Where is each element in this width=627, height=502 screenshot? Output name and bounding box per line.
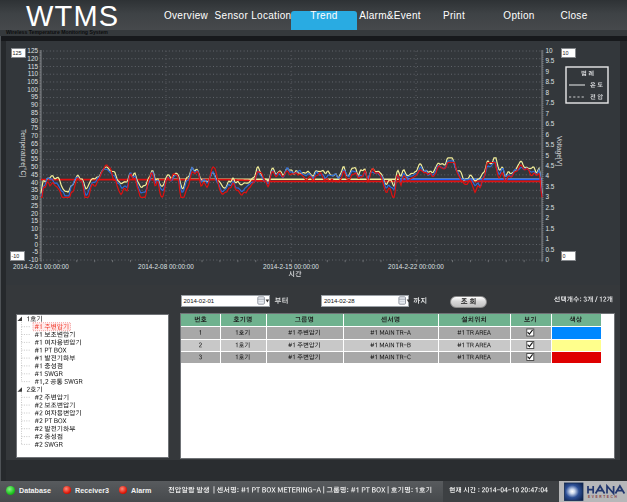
svg-text:2: 2 (546, 214, 550, 221)
svg-text:90: 90 (31, 101, 39, 108)
svg-text:85: 85 (31, 109, 39, 116)
svg-text:3.5: 3.5 (546, 183, 555, 190)
svg-text:50: 50 (31, 163, 39, 170)
svg-text:20: 20 (31, 210, 39, 217)
svg-text:2014-2-22 00:00:00: 2014-2-22 00:00:00 (388, 263, 444, 270)
svg-text:5: 5 (34, 233, 38, 240)
svg-text:5: 5 (546, 152, 550, 159)
svg-text:25: 25 (31, 202, 39, 209)
svg-text:-5: -5 (32, 248, 38, 255)
svg-text:75: 75 (31, 124, 39, 131)
svg-text:9: 9 (546, 68, 550, 75)
svg-text:10: 10 (31, 225, 39, 232)
svg-text:-10: -10 (12, 253, 20, 259)
svg-text:15: 15 (31, 217, 39, 224)
svg-text:35: 35 (31, 186, 39, 193)
svg-text:55: 55 (31, 155, 39, 162)
svg-text:65: 65 (31, 140, 39, 147)
svg-text:0: 0 (34, 241, 38, 248)
svg-text:9.5: 9.5 (546, 57, 555, 64)
svg-text:4.5: 4.5 (546, 162, 555, 169)
svg-text:6.5: 6.5 (546, 120, 555, 127)
svg-text:105: 105 (27, 78, 38, 85)
svg-text:60: 60 (31, 148, 39, 155)
svg-text:2014-02-01: 2014-02-01 (184, 298, 215, 304)
svg-text:8.5: 8.5 (546, 78, 555, 85)
svg-text:8: 8 (546, 89, 550, 96)
svg-text:120: 120 (27, 55, 38, 62)
svg-text:110: 110 (28, 70, 39, 77)
svg-text:EVERTECH: EVERTECH (588, 495, 618, 499)
svg-text:2014-2-01 00:00:00: 2014-2-01 00:00:00 (13, 263, 69, 270)
svg-text:0: 0 (546, 256, 550, 263)
svg-text:Wireless Temperature Monitorin: Wireless Temperature Monitoring System (6, 29, 108, 35)
svg-text:2014-2-15 00:00:00: 2014-2-15 00:00:00 (263, 263, 319, 270)
svg-text:40: 40 (31, 179, 39, 186)
svg-text:0: 0 (563, 253, 566, 259)
svg-text:Temperature[°C]: Temperature[°C] (19, 129, 27, 177)
svg-text:125: 125 (27, 47, 38, 54)
svg-text:6: 6 (546, 131, 550, 138)
svg-text:10: 10 (563, 50, 569, 56)
svg-text:80: 80 (31, 117, 39, 124)
svg-text:7.5: 7.5 (546, 99, 555, 106)
svg-text:0.5: 0.5 (546, 246, 555, 253)
svg-text:Voltage[V]: Voltage[V] (555, 136, 563, 166)
svg-text:45: 45 (31, 171, 39, 178)
svg-text:100: 100 (27, 86, 38, 93)
svg-text:4: 4 (546, 172, 550, 179)
svg-text:95: 95 (31, 93, 39, 100)
svg-text:10: 10 (546, 47, 554, 54)
svg-text:1: 1 (546, 235, 550, 242)
svg-text:5.5: 5.5 (546, 141, 555, 148)
svg-text:7: 7 (546, 110, 550, 117)
svg-text:1.5: 1.5 (546, 225, 555, 232)
svg-text:70: 70 (31, 132, 39, 139)
svg-text:2014-02-28: 2014-02-28 (324, 298, 355, 304)
svg-text:-10: -10 (29, 256, 39, 263)
svg-text:125: 125 (13, 50, 22, 56)
svg-text:3: 3 (546, 193, 550, 200)
svg-text:115: 115 (28, 63, 39, 70)
svg-text:30: 30 (31, 194, 39, 201)
svg-text:2.5: 2.5 (546, 204, 555, 211)
svg-text:2014-2-08 00:00:00: 2014-2-08 00:00:00 (138, 263, 194, 270)
